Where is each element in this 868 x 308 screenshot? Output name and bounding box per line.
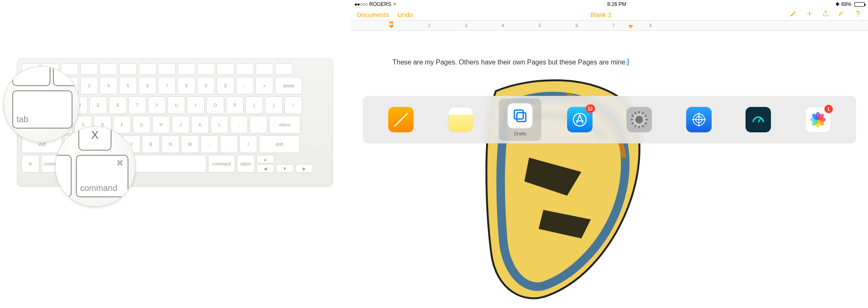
key-arrow-up: ▲ bbox=[256, 155, 274, 163]
key: 5 bbox=[119, 77, 137, 95]
ruler-tick: 2 bbox=[428, 23, 431, 28]
svg-line-12 bbox=[635, 125, 636, 127]
key-f3 bbox=[80, 63, 98, 75]
svg-line-15 bbox=[632, 115, 634, 117]
app-switcher-item-settings[interactable] bbox=[618, 98, 660, 141]
status-time: 8:26 PM bbox=[398, 1, 835, 7]
svg-line-24 bbox=[758, 118, 761, 122]
svg-line-18 bbox=[643, 112, 644, 115]
key-': ' bbox=[250, 116, 267, 134]
share-icon[interactable] bbox=[821, 10, 830, 20]
format-brush-icon[interactable] bbox=[789, 10, 798, 20]
key-\: \ bbox=[284, 96, 302, 114]
ruler-tick: 8 bbox=[649, 23, 652, 28]
ruler[interactable]: 12345678 bbox=[351, 20, 868, 31]
document-title[interactable]: Blank 2 bbox=[413, 11, 789, 18]
key-t: T bbox=[128, 96, 146, 114]
key-return: return bbox=[269, 116, 300, 134]
key: 8 bbox=[178, 77, 195, 95]
svg-point-7 bbox=[635, 116, 643, 123]
key-/: / bbox=[239, 135, 257, 153]
testflight-app-icon bbox=[686, 107, 712, 132]
key-,: , bbox=[200, 135, 218, 153]
app-switcher-selected-label: Drafts bbox=[514, 131, 526, 136]
key-delete: delete bbox=[275, 77, 302, 95]
battery-icon bbox=[854, 2, 865, 7]
speedtest-app-icon bbox=[746, 107, 771, 132]
key-m: M bbox=[181, 135, 199, 153]
app-switcher-item-speedtest[interactable] bbox=[737, 98, 779, 141]
key-arrow-right: ▶ bbox=[295, 164, 313, 173]
key-b: B bbox=[142, 135, 160, 153]
key-option-right: option bbox=[237, 155, 255, 173]
keyboard-fn-row: esc bbox=[22, 63, 328, 75]
key-[: [ bbox=[245, 96, 263, 114]
wifi-icon: ᯤ bbox=[393, 1, 398, 7]
badge: 12 bbox=[586, 104, 595, 113]
key: 6 bbox=[139, 77, 156, 95]
key-command-right: command bbox=[208, 155, 235, 173]
app-switcher-item-photos[interactable]: 1 bbox=[797, 98, 839, 141]
photos-app-icon: 1 bbox=[805, 107, 831, 132]
key-l: L bbox=[211, 116, 228, 134]
key-f11 bbox=[236, 63, 254, 75]
zoom-key-command: ⌘ command bbox=[76, 155, 128, 197]
appstore-app-icon: 12 bbox=[567, 107, 593, 132]
ruler-tick: 1 bbox=[391, 23, 394, 28]
zoom-key-x: X bbox=[78, 126, 111, 151]
key-k: K bbox=[191, 116, 209, 134]
key-g: G bbox=[133, 116, 150, 134]
ruler-tick: 7 bbox=[612, 23, 615, 28]
svg-line-9 bbox=[645, 123, 647, 124]
keyboard-illustration: esc ~1234567890-=delete tab QWERTYUIOP[]… bbox=[0, 0, 351, 308]
key-p: P bbox=[226, 96, 244, 114]
ruler-right-marker[interactable] bbox=[628, 25, 633, 28]
ruler-tick: 4 bbox=[502, 23, 504, 28]
question-icon[interactable]: ? bbox=[854, 10, 862, 20]
key-f5 bbox=[119, 63, 137, 75]
key-f8 bbox=[178, 63, 195, 75]
svg-line-19 bbox=[645, 115, 647, 117]
app-switcher-item-notes[interactable] bbox=[440, 98, 482, 141]
app-switcher-item-appstore[interactable]: 12 bbox=[559, 98, 601, 141]
app-switcher-item-pages[interactable] bbox=[380, 98, 422, 141]
wrench-icon[interactable] bbox=[837, 10, 846, 20]
battery-percent-text: 68% bbox=[841, 1, 851, 7]
svg-line-10 bbox=[643, 125, 644, 127]
app-switcher-bar[interactable]: Drafts121 bbox=[363, 96, 856, 143]
badge: 1 bbox=[824, 105, 833, 113]
key-f: F bbox=[113, 116, 131, 134]
key-shift-right: shift bbox=[259, 135, 300, 153]
key-.: . bbox=[220, 135, 238, 153]
key-fn: fn bbox=[22, 155, 39, 173]
key: 0 bbox=[217, 77, 234, 95]
carrier-name: ROGERS bbox=[369, 1, 391, 7]
zoom-key-command-label: command bbox=[80, 183, 117, 193]
app-switcher-item-drafts[interactable]: Drafts bbox=[499, 98, 541, 141]
undo-button[interactable]: Undo bbox=[398, 11, 413, 18]
key-y: Y bbox=[148, 96, 166, 114]
app-switcher-item-testflight[interactable] bbox=[678, 98, 720, 141]
drafts-app-icon bbox=[507, 103, 533, 129]
plus-icon[interactable] bbox=[805, 10, 814, 20]
document-text-content[interactable]: These are my Pages. Others have their ow… bbox=[392, 59, 627, 66]
settings-app-icon bbox=[626, 107, 652, 132]
key-h: H bbox=[152, 116, 170, 134]
pages-app-icon bbox=[388, 107, 414, 132]
key: = bbox=[256, 77, 273, 95]
key-f9 bbox=[197, 63, 215, 75]
key: 3 bbox=[80, 77, 98, 95]
notes-app-icon bbox=[448, 107, 473, 132]
zoom-lens-tab: tab bbox=[3, 66, 80, 143]
key: 4 bbox=[100, 77, 117, 95]
bluetooth-icon: ✱ bbox=[835, 1, 840, 7]
key-f10 bbox=[217, 63, 234, 75]
key-f4 bbox=[100, 63, 117, 75]
key-r: R bbox=[109, 96, 127, 114]
zoom-lens-command: X ⌘ command bbox=[55, 126, 136, 207]
svg-point-0 bbox=[791, 15, 792, 16]
documents-button[interactable]: Documents bbox=[357, 11, 389, 18]
document-body-text[interactable]: These are my Pages. Others have their ow… bbox=[392, 59, 629, 66]
key-arrow-down: ▼ bbox=[276, 164, 294, 173]
pages-toolbar: Documents Undo Blank 2 ? bbox=[351, 8, 868, 20]
